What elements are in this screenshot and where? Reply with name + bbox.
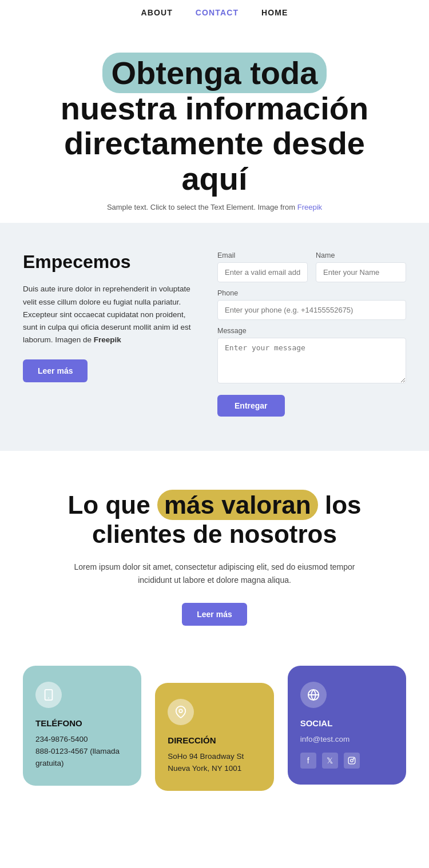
instagram-icon[interactable] (344, 753, 360, 769)
contact-heading: Empecemos (23, 251, 194, 273)
email-input[interactable] (217, 262, 308, 282)
form-row-message: Message (217, 327, 406, 383)
contact-read-more-button[interactable]: Leer más (23, 359, 88, 382)
card-telefono-phone2: 888-0123-4567 (llamada gratuita) (35, 746, 129, 770)
form-row-phone: Phone (217, 289, 406, 320)
form-group-name: Name (316, 251, 406, 282)
card-direccion-address: SoHo 94 Broadway St Nueva York, NY 1001 (168, 751, 261, 775)
navigation: ABOUT CONTACT HOME (0, 0, 429, 24)
form-group-email: Email (217, 251, 308, 282)
hero-title-highlight: Obtenga toda (102, 53, 327, 93)
phone-icon (35, 682, 62, 708)
submit-button[interactable]: Entregar (217, 395, 285, 417)
email-label: Email (217, 251, 308, 259)
valoran-highlight: más valoran (157, 490, 318, 520)
hero-freepik-link[interactable]: Freepik (297, 203, 322, 211)
globe-icon (300, 682, 327, 708)
card-social-title: Social (300, 718, 394, 728)
contact-section: Empecemos Duis aute irure dolor in repre… (0, 223, 429, 451)
card-telefono: Teléfono 234-9876-5400 888-0123-4567 (ll… (23, 666, 141, 786)
svg-point-2 (180, 709, 183, 713)
valoran-title: Lo que más valoran losclientes de nosotr… (46, 491, 383, 549)
message-label: Message (217, 327, 406, 335)
valoran-section: Lo que más valoran losclientes de nosotr… (0, 451, 429, 648)
nav-contact[interactable]: CONTACT (196, 8, 239, 17)
facebook-icon[interactable]: f (300, 753, 316, 769)
twitter-icon[interactable]: 𝕏 (322, 753, 338, 769)
name-label: Name (316, 251, 406, 259)
hero-title: Obtenga toda nuestra informacióndirectam… (46, 55, 383, 196)
valoran-read-more-button[interactable]: Leer más (182, 603, 247, 626)
card-social: Social info@test.com f 𝕏 (288, 666, 406, 785)
phone-input[interactable] (217, 300, 406, 320)
hero-title-rest: nuestra informacióndirectamente desdeaqu… (61, 90, 368, 197)
contact-left: Empecemos Duis aute irure dolor in repre… (23, 251, 194, 382)
message-textarea[interactable] (217, 338, 406, 383)
card-telefono-phone1: 234-9876-5400 (35, 734, 129, 746)
form-row-email-name: Email Name (217, 251, 406, 282)
cards-section: Teléfono 234-9876-5400 888-0123-4567 (ll… (0, 649, 429, 825)
contact-body: Duis aute irure dolor in reprehenderit i… (23, 283, 194, 346)
card-telefono-title: Teléfono (35, 718, 129, 728)
social-icons-container: f 𝕏 (300, 753, 394, 769)
bottom-section: ¿Cómo podemos ayudarte ahoramismo? Sampl… (0, 825, 429, 868)
card-direccion-title: DIRECCIÓN (168, 735, 261, 745)
name-input[interactable] (316, 262, 406, 282)
hero-section: Obtenga toda nuestra informacióndirectam… (0, 24, 429, 223)
card-social-email: info@test.com (300, 734, 394, 746)
svg-point-7 (353, 758, 353, 759)
hero-subtitle: Sample text. Click to select the Text El… (46, 203, 383, 211)
nav-about[interactable]: ABOUT (141, 8, 172, 17)
contact-form: Email Name Phone Message Entregar (217, 251, 406, 417)
phone-label: Phone (217, 289, 406, 297)
svg-rect-5 (348, 757, 355, 764)
card-direccion: DIRECCIÓN SoHo 94 Broadway St Nueva York… (155, 683, 273, 791)
form-group-phone: Phone (217, 289, 406, 320)
location-icon (168, 699, 194, 725)
svg-point-6 (350, 759, 353, 762)
nav-home[interactable]: HOME (261, 8, 288, 17)
valoran-body: Lorem ipsum dolor sit amet, consectetur … (72, 561, 357, 587)
form-group-message: Message (217, 327, 406, 383)
